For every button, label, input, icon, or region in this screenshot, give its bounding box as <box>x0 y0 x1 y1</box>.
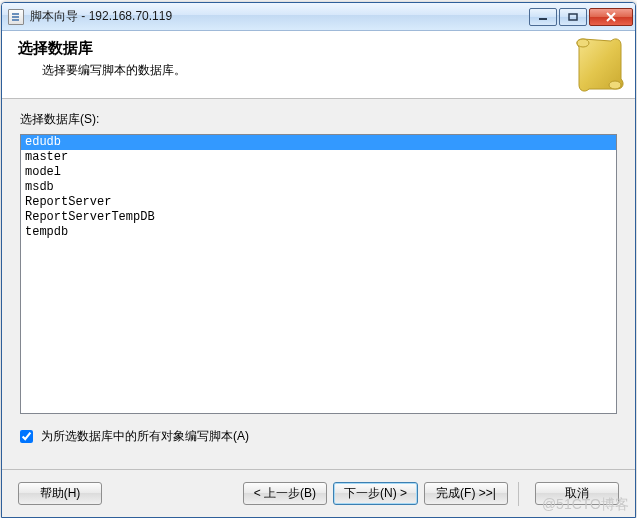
wizard-header: 选择数据库 选择要编写脚本的数据库。 <box>2 31 635 99</box>
cancel-button[interactable]: 取消 <box>535 482 619 505</box>
minimize-button[interactable] <box>529 8 557 26</box>
database-item[interactable]: model <box>21 165 616 180</box>
next-button[interactable]: 下一步(N) > <box>333 482 418 505</box>
svg-rect-0 <box>539 18 547 20</box>
back-button[interactable]: < 上一步(B) <box>243 482 327 505</box>
database-item[interactable]: ReportServer <box>21 195 616 210</box>
database-item[interactable]: msdb <box>21 180 616 195</box>
page-subtitle: 选择要编写脚本的数据库。 <box>42 62 619 79</box>
app-icon <box>8 9 24 25</box>
help-button[interactable]: 帮助(H) <box>18 482 102 505</box>
page-title: 选择数据库 <box>18 39 619 58</box>
button-bar: 帮助(H) < 上一步(B) 下一步(N) > 完成(F) >>| 取消 <box>2 469 635 517</box>
script-all-objects-label: 为所选数据库中的所有对象编写脚本(A) <box>41 428 249 445</box>
svg-rect-1 <box>569 14 577 20</box>
close-button[interactable] <box>589 8 633 26</box>
svg-point-3 <box>609 81 621 89</box>
wizard-body: 选择数据库(S): edudbmastermodelmsdbReportServ… <box>2 99 635 469</box>
script-all-objects-checkbox[interactable] <box>20 430 33 443</box>
database-item[interactable]: ReportServerTempDB <box>21 210 616 225</box>
database-list-label: 选择数据库(S): <box>20 111 617 128</box>
database-item[interactable]: master <box>21 150 616 165</box>
maximize-button[interactable] <box>559 8 587 26</box>
database-item[interactable]: edudb <box>21 135 616 150</box>
wizard-window: 脚本向导 - 192.168.70.119 选择数据库 选择要编写脚本的数据库。 <box>1 2 636 518</box>
window-controls <box>527 8 633 26</box>
scroll-icon <box>569 33 629 97</box>
finish-button[interactable]: 完成(F) >>| <box>424 482 508 505</box>
svg-point-2 <box>577 39 589 47</box>
database-item[interactable]: tempdb <box>21 225 616 240</box>
script-all-objects-row[interactable]: 为所选数据库中的所有对象编写脚本(A) <box>20 428 617 445</box>
titlebar: 脚本向导 - 192.168.70.119 <box>2 3 635 31</box>
database-listbox[interactable]: edudbmastermodelmsdbReportServerReportSe… <box>20 134 617 414</box>
window-title: 脚本向导 - 192.168.70.119 <box>30 8 527 25</box>
separator <box>518 482 519 506</box>
